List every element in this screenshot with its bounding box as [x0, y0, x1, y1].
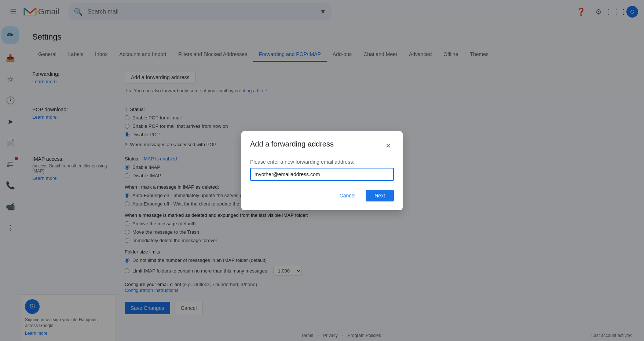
modal-overlay: Add a forwarding address ✕ Please enter …	[0, 0, 644, 341]
modal-close-button[interactable]: ✕	[382, 140, 394, 152]
modal: Add a forwarding address ✕ Please enter …	[241, 131, 403, 210]
modal-cancel-button[interactable]: Cancel	[334, 190, 362, 201]
forwarding-email-input[interactable]	[250, 168, 394, 181]
modal-label: Please enter a new forwarding email addr…	[250, 159, 394, 165]
modal-title: Add a forwarding address	[250, 140, 334, 148]
modal-next-button[interactable]: Next	[366, 190, 394, 201]
modal-footer: Cancel Next	[250, 190, 394, 201]
modal-header: Add a forwarding address ✕	[250, 140, 394, 152]
